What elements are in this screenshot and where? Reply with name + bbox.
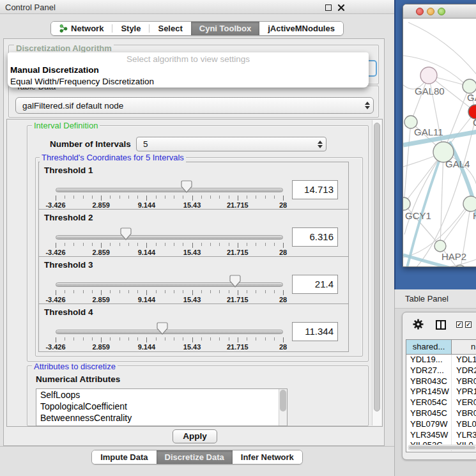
- float-window-icon[interactable]: [325, 4, 332, 11]
- network-edge[interactable]: [440, 152, 443, 246]
- checkbox-icon[interactable]: ✓: [465, 321, 472, 328]
- slider-handle[interactable]: [181, 180, 192, 193]
- tab-discretize-data[interactable]: Discretize Data: [157, 450, 233, 464]
- dropdown-option-equal-width-frequency[interactable]: Equal Width/Frequency Discretization: [8, 76, 369, 88]
- threshold-value-field[interactable]: 6.316: [292, 227, 338, 247]
- gear-icon[interactable]: [412, 318, 424, 330]
- table-cell-shared-name[interactable]: YDL19...: [406, 355, 452, 365]
- network-node-green[interactable]: [463, 79, 476, 93]
- table-row[interactable]: YER054CYER0: [406, 397, 476, 408]
- dropdown-option-manual-discretization[interactable]: Manual Discretization: [8, 65, 369, 76]
- tab-style[interactable]: Style: [112, 22, 149, 35]
- tab-cyni-toolbox[interactable]: Cyni Toolbox: [191, 22, 259, 35]
- scrollbar-thumb[interactable]: [374, 123, 380, 411]
- attribute-list-item[interactable]: SelfLoops: [36, 389, 287, 401]
- scrollbar-thumb[interactable]: [409, 446, 475, 449]
- table-cell-shared-name[interactable]: YDR27...: [406, 365, 452, 376]
- table-cell-shared-name[interactable]: YBL079W: [406, 419, 452, 430]
- threshold-slider[interactable]: -3.4262.8599.14415.4321.71528: [56, 322, 283, 351]
- spinner-arrows-icon[interactable]: [362, 102, 373, 109]
- table-panel-header[interactable]: Table Panel: [395, 289, 476, 309]
- tab-network[interactable]: Network: [51, 22, 112, 35]
- network-node-green[interactable]: [434, 240, 446, 252]
- table-row[interactable]: YPR145WYPR1: [406, 387, 476, 397]
- slider-tick: [73, 290, 74, 293]
- threshold-value-field[interactable]: 21.4: [292, 275, 338, 294]
- table-cell-name[interactable]: YPR1: [452, 387, 476, 397]
- network-canvas[interactable]: GAL80GACGAL11GAL4GCY1HHAP2: [403, 19, 476, 267]
- network-edge[interactable]: [404, 122, 411, 204]
- table-cell-shared-name[interactable]: YER054C: [406, 397, 452, 408]
- slider-track[interactable]: [56, 282, 283, 287]
- slider-handle[interactable]: [120, 227, 132, 240]
- attribute-list-item[interactable]: TopologicalCoefficient: [36, 401, 287, 412]
- thresholds-group-title: Threshold's Coordinates for 5 Intervals: [40, 153, 186, 162]
- spinner-arrows-icon[interactable]: [314, 141, 326, 148]
- table-cell-name[interactable]: YBR0: [452, 376, 476, 387]
- network-node-pink[interactable]: [420, 67, 437, 84]
- table-cell-shared-name[interactable]: YPR145W: [406, 387, 452, 397]
- threshold-slider[interactable]: -3.4262.8599.14415.4321.71528: [56, 180, 283, 210]
- mac-zoom-button[interactable]: [438, 8, 445, 15]
- slider-tick: [110, 196, 111, 199]
- table-cell-name[interactable]: YER0: [452, 397, 476, 408]
- columns-icon[interactable]: [436, 320, 446, 330]
- list-scrollbar[interactable]: [279, 389, 287, 426]
- slider-tick: [73, 337, 74, 341]
- column-header-name[interactable]: n: [452, 340, 476, 354]
- slider-tick: [65, 337, 65, 341]
- table-cell-name[interactable]: YDR2: [452, 365, 476, 376]
- column-header-shared-name[interactable]: shared...: [406, 340, 452, 354]
- slider-tick: [256, 337, 256, 341]
- table-cell-name[interactable]: YBR0: [452, 408, 476, 419]
- table-cell-shared-name[interactable]: YBR043C: [406, 376, 452, 387]
- number-of-intervals-combobox[interactable]: 5: [136, 137, 326, 151]
- table-row[interactable]: YDR27...YDR2: [406, 365, 476, 376]
- table-cell-shared-name[interactable]: YLR345W: [406, 430, 452, 441]
- table-row[interactable]: YDL19...YDL1: [406, 355, 476, 365]
- network-view-window[interactable]: GAL80GACGAL11GAL4GCY1HHAP2: [403, 4, 476, 267]
- vertical-scrollbar[interactable]: [372, 120, 381, 426]
- threshold-slider[interactable]: -3.4262.8599.14415.4321.71528: [56, 275, 283, 304]
- close-icon[interactable]: [337, 4, 345, 12]
- table-row[interactable]: YBL079WYBL0: [406, 419, 476, 430]
- network-edge[interactable]: [408, 22, 476, 76]
- mac-minimize-button[interactable]: [427, 8, 434, 15]
- network-node-green[interactable]: [403, 197, 410, 210]
- attribute-list[interactable]: SelfLoopsTopologicalCoefficientBetweenne…: [36, 388, 288, 426]
- apply-button[interactable]: Apply: [173, 429, 217, 443]
- table-row[interactable]: YLR345WYLR3: [406, 430, 476, 441]
- tick-label: 21.715: [227, 201, 249, 209]
- table-row[interactable]: YBR043CYBR0: [406, 376, 476, 387]
- attribute-list-item[interactable]: BetweennessCentrality: [36, 412, 287, 424]
- slider-track[interactable]: [56, 330, 283, 334]
- top-tab-bar: NetworkStyleSelectCyni ToolboxjActiveMNo…: [0, 21, 394, 36]
- tab-select[interactable]: Select: [150, 22, 190, 35]
- slider-tick: [256, 243, 256, 246]
- control-panel-titlebar[interactable]: Control Panel: [0, 0, 394, 14]
- checkbox-icon[interactable]: ✓: [456, 321, 463, 328]
- table-row[interactable]: YBR045CYBR0: [406, 408, 476, 419]
- network-node-green[interactable]: [463, 196, 476, 211]
- table-cell-name[interactable]: YBL0: [452, 419, 476, 430]
- table-cell-name[interactable]: YLR3: [452, 430, 476, 441]
- slider-tick: [283, 337, 284, 342]
- slider-tick: [256, 196, 256, 199]
- tab-impute-data[interactable]: Impute Data: [92, 450, 156, 464]
- slider-handle[interactable]: [157, 322, 168, 335]
- network-window-titlebar[interactable]: [403, 4, 476, 19]
- threshold-value-field[interactable]: 14.713: [292, 180, 338, 199]
- mac-close-button[interactable]: [416, 8, 424, 15]
- slider-handle[interactable]: [229, 275, 241, 288]
- horizontal-scrollbar[interactable]: [408, 445, 476, 450]
- threshold-value-field[interactable]: 11.344: [292, 322, 338, 341]
- table-data-combobox[interactable]: galFiltered.sif default node: [15, 97, 374, 114]
- threshold-slider[interactable]: -3.4262.8599.14415.4321.71528: [56, 227, 283, 257]
- slider-track[interactable]: [56, 188, 283, 192]
- scrollbar-thumb[interactable]: [280, 390, 286, 411]
- tab-infer-network[interactable]: Infer Network: [233, 450, 302, 464]
- table-cell-shared-name[interactable]: YBR045C: [406, 408, 452, 419]
- slider-track[interactable]: [56, 235, 283, 240]
- tab-jactivemnodules[interactable]: jActiveMNodules: [259, 22, 343, 35]
- table-cell-name[interactable]: YDL1: [452, 355, 476, 365]
